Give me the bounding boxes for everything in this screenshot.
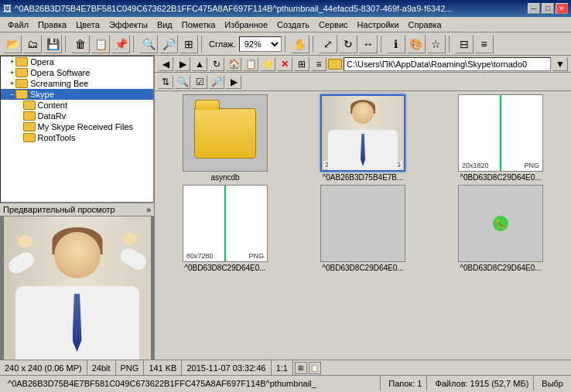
thumb-thin2-img[interactable]: 80x7280 PNG [183, 185, 268, 262]
thumb-empty2-icon: 🐛 [493, 216, 508, 231]
expand-icon-received-files[interactable] [19, 123, 22, 131]
status-icon1[interactable]: ⊞ [295, 362, 307, 374]
tree-area[interactable]: + Opera + Opera Software + Screaming Bee… [0, 56, 154, 203]
tb-mirror-button[interactable]: ↔ [359, 35, 378, 53]
restore-button[interactable]: □ [542, 3, 554, 14]
thumb-empty1-img[interactable] [320, 185, 405, 262]
expand-icon-datarv[interactable] [19, 112, 22, 120]
app-icon: 🖼 [3, 4, 12, 13]
thumb-thin1[interactable]: 20x1820 PNG ^0BD63D8C29D64E0... [433, 94, 568, 182]
tb-fit2-button[interactable]: ⤢ [319, 35, 337, 53]
expand-icon-content[interactable] [19, 101, 22, 109]
expand-icon-screaming-bee[interactable]: + [10, 80, 14, 87]
tree-item-opera[interactable]: + Opera [1, 56, 153, 67]
addr-forward-button[interactable]: ▶ [175, 57, 190, 71]
thumb-thin2-format: PNG [247, 252, 265, 260]
menu-favorites[interactable]: Избранное [220, 19, 272, 31]
status-filesize: 141 KB [144, 360, 182, 375]
thumb-asyncdb-img[interactable] [183, 94, 268, 172]
thumb-thin2[interactable]: 80x7280 PNG ^0BD63D8C29D64E0... [158, 185, 292, 272]
tb-grid-button[interactable]: ⊟ [455, 35, 474, 53]
zoom-thumb-button[interactable]: 🔎 [209, 75, 224, 89]
tb-fit-button[interactable]: ⊞ [180, 35, 198, 53]
tree-item-received-files[interactable]: My Skype Received Files [1, 121, 153, 132]
select-all-button[interactable]: ☑ [192, 75, 207, 89]
addr-list-button[interactable]: ≡ [311, 57, 327, 71]
folder-asyncdb-icon [194, 108, 256, 159]
thumb-empty1[interactable]: ^0BD63D8C29D64E0... [296, 185, 430, 272]
tree-item-screaming-bee[interactable]: + Screaming Bee [1, 78, 153, 89]
menu-mark[interactable]: Пометка [177, 19, 221, 31]
menu-file[interactable]: Файл [3, 19, 33, 31]
addr-back-button[interactable]: ◀ [158, 57, 173, 71]
menu-colors[interactable]: Цвета [71, 19, 104, 31]
thumb-empty2-img[interactable]: 🐛 [458, 185, 543, 262]
expand-icon-opera[interactable]: + [10, 58, 14, 66]
thumb-empty2[interactable]: 🐛 ^0BD63D8C29D64E0... [433, 185, 568, 272]
zoom-select[interactable]: 92% 100% 50% [239, 36, 282, 52]
title-buttons: ─ □ ✕ [528, 3, 568, 14]
tb-info-button[interactable]: ℹ [387, 35, 405, 53]
tb-hand-button[interactable]: ✋ [291, 35, 309, 53]
tb-save-button[interactable]: 💾 [43, 35, 62, 53]
thumb-person[interactable]: 240x240 PNG ^0AB26B3D75B4E7B... [296, 94, 430, 182]
status-icon2[interactable]: 📋 [309, 362, 321, 374]
addr-grid-button[interactable]: ⊞ [294, 57, 309, 71]
preview-title: Предварительный просмотр [3, 205, 115, 214]
addr-up-button[interactable]: ▲ [192, 57, 207, 71]
status-dimensions: 240 x 240 (0.06 MP) [0, 360, 87, 375]
tb-delete-button[interactable]: 🗑 [71, 35, 90, 53]
addr-copy-path-button[interactable]: 📋 [243, 57, 258, 71]
thumb-thin2-label: ^0BD63D8C29D64E0... [184, 264, 265, 272]
addr-home-button[interactable]: 🏠 [226, 57, 241, 71]
expand-icon-opera-software[interactable]: + [10, 69, 14, 77]
filter-button[interactable]: 🔍 [175, 75, 190, 89]
tree-item-datarv[interactable]: DataRv [1, 111, 153, 121]
tb-color-button[interactable]: 🎨 [407, 35, 426, 53]
tb-list-button[interactable]: ≡ [475, 35, 494, 53]
expand-icon-skype[interactable]: − [10, 90, 14, 98]
menu-service[interactable]: Сервис [314, 19, 353, 31]
tb-separator-2 [133, 36, 136, 53]
thumb-thin1-label: ^0BD63D8C29D64E0... [460, 173, 541, 182]
addr-refresh-button[interactable]: ↻ [209, 57, 224, 71]
tb-open-button[interactable]: 📂 [3, 35, 22, 53]
addr-go-button[interactable]: ▼ [552, 57, 568, 71]
menu-effects[interactable]: Эффекты [104, 19, 152, 31]
menu-help[interactable]: Справка [404, 19, 446, 31]
slideshow-button[interactable]: ▶ [226, 75, 241, 89]
menu-settings[interactable]: Настройки [353, 19, 404, 31]
menu-view[interactable]: Вид [152, 19, 177, 31]
expand-icon-roottools[interactable] [19, 134, 22, 141]
address-input[interactable] [344, 57, 551, 71]
tb-paste-button[interactable]: 📌 [111, 35, 130, 53]
sort-button[interactable]: ⇅ [158, 75, 173, 89]
tb-separator-5 [313, 36, 316, 53]
thumb-area[interactable]: asyncdb 240x240 PNG [155, 91, 571, 360]
addr-bookmarks-button[interactable]: ⭐ [260, 57, 275, 71]
tree-item-roottools[interactable]: RootTools [1, 132, 153, 143]
tree-item-opera-software[interactable]: + Opera Software [1, 67, 153, 78]
thumb-thin1-img[interactable]: 20x1820 PNG [458, 94, 543, 172]
tree-label-content: Content [38, 101, 68, 110]
thumb-asyncdb[interactable]: asyncdb [158, 94, 292, 182]
tb-browse-button[interactable]: 🗂 [23, 35, 42, 53]
tb-star-button[interactable]: ☆ [427, 35, 446, 53]
tb-copy-button[interactable]: 📋 [91, 35, 110, 53]
tb-rotate-button[interactable]: ↻ [339, 35, 357, 53]
menu-edit[interactable]: Правка [33, 19, 71, 31]
menu-create[interactable]: Создать [272, 19, 314, 31]
addr-delete-button[interactable]: ✕ [277, 57, 292, 71]
tb-zoom-in-button[interactable]: 🔍 [139, 35, 158, 53]
minimize-button[interactable]: ─ [528, 3, 540, 14]
tree-item-skype[interactable]: − Skype [1, 89, 153, 100]
preview-panel: Предварительный просмотр » [0, 203, 155, 360]
thumb-person-img[interactable]: 240x240 PNG [320, 94, 405, 172]
preview-expand-icon[interactable]: » [146, 205, 151, 214]
preview-header: Предварительный просмотр » [0, 203, 154, 216]
title-bar: 🖼 ^0AB26B3D75B4E7BF581C049C673622B1FFC47… [0, 0, 571, 17]
thumb-person-label: ^0AB26B3D75B4E7B... [323, 173, 404, 182]
close-button[interactable]: ✕ [556, 3, 568, 14]
tree-item-content[interactable]: Content [1, 100, 153, 111]
tb-zoom-out-button[interactable]: 🔎 [159, 35, 178, 53]
